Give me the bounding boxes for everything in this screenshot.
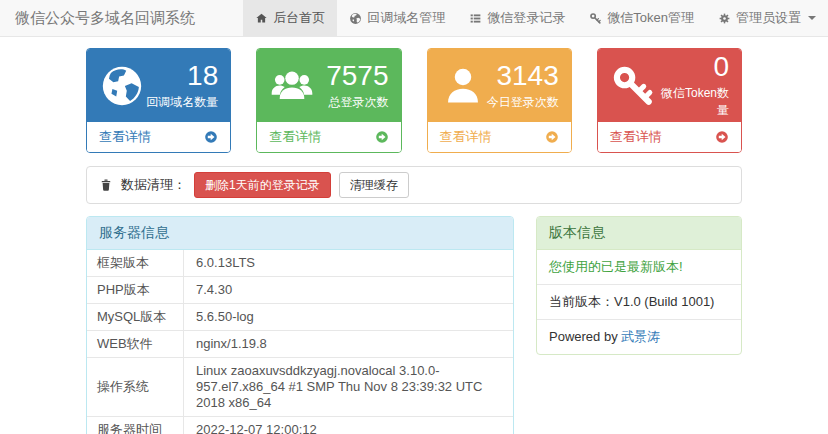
stat-value: 3143 — [487, 61, 559, 91]
arrow-circle-right-icon — [715, 130, 729, 144]
server-info-title: 服务器信息 — [87, 217, 513, 250]
view-details-link[interactable]: 查看详情 — [257, 122, 400, 152]
key-icon — [589, 12, 602, 25]
nav-item-dashboard[interactable]: 后台首页 — [243, 0, 337, 36]
arrow-circle-right-icon — [545, 130, 559, 144]
table-row: 操作系统 Linux zaoaxuvsddkzyagj.novalocal 3.… — [87, 358, 513, 417]
stat-cards-row: 18 回调域名数量 查看详情 7575 总登录次数 — [86, 48, 742, 153]
arrow-circle-right-icon — [375, 130, 389, 144]
user-icon — [440, 63, 486, 109]
nav-item-wechat-login-records[interactable]: 微信登录记录 — [457, 0, 577, 36]
nav-item-callback-domains[interactable]: 回调域名管理 — [337, 0, 457, 36]
app-title: 微信公众号多域名回调系统 — [0, 0, 210, 36]
stat-card-total-logins: 7575 总登录次数 查看详情 — [256, 48, 401, 153]
author-link[interactable]: 武景涛 — [621, 329, 660, 344]
stat-card-today-logins: 3143 今日登录次数 查看详情 — [427, 48, 572, 153]
users-icon — [269, 63, 315, 109]
stat-card-wechat-tokens: 0 微信Token数量 查看详情 — [597, 48, 742, 153]
caret-down-icon — [808, 16, 816, 20]
nav-item-label: 回调域名管理 — [367, 9, 445, 27]
server-info-panel: 服务器信息 框架版本 6.0.13LTS PHP版本 7.4.30 MySQL版… — [86, 216, 514, 434]
current-version: 当前版本：V1.0 (Build 1001) — [537, 284, 741, 319]
home-icon — [255, 12, 268, 25]
powered-by: Powered by 武景涛 — [537, 319, 741, 354]
stat-label: 总登录次数 — [326, 94, 388, 111]
nav-item-admin-settings[interactable]: 管理员设置 — [706, 0, 828, 36]
globe-icon — [99, 63, 145, 109]
clear-cache-button[interactable]: 清理缓存 — [339, 172, 409, 198]
version-info-title: 版本信息 — [537, 217, 741, 250]
stat-value: 18 — [146, 61, 218, 91]
server-info-table: 框架版本 6.0.13LTS PHP版本 7.4.30 MySQL版本 5.6.… — [87, 250, 513, 434]
list-icon — [469, 12, 482, 25]
nav-item-label: 微信Token管理 — [607, 9, 694, 27]
nav-item-label: 管理员设置 — [736, 9, 801, 27]
view-details-link[interactable]: 查看详情 — [428, 122, 571, 152]
nav-item-label: 微信登录记录 — [487, 9, 565, 27]
stat-label: 微信Token数量 — [656, 85, 729, 119]
globe-icon — [349, 12, 362, 25]
latest-version-status: 您使用的已是最新版本! — [537, 250, 741, 284]
stat-label: 回调域名数量 — [146, 94, 218, 111]
view-details-link[interactable]: 查看详情 — [598, 122, 741, 152]
view-details-link[interactable]: 查看详情 — [87, 122, 230, 152]
stat-value: 7575 — [326, 61, 388, 91]
top-navbar: 微信公众号多域名回调系统 后台首页 回调域名管理 微信登录记录 微信Token管… — [0, 0, 828, 37]
stat-value: 0 — [656, 52, 729, 82]
stat-card-callback-domains: 18 回调域名数量 查看详情 — [86, 48, 231, 153]
table-row: MySQL版本 5.6.50-log — [87, 304, 513, 331]
trash-icon — [99, 178, 113, 192]
nav-item-label: 后台首页 — [273, 9, 325, 27]
stat-label: 今日登录次数 — [487, 94, 559, 111]
arrow-circle-right-icon — [204, 130, 218, 144]
table-row: PHP版本 7.4.30 — [87, 277, 513, 304]
main-nav: 后台首页 回调域名管理 微信登录记录 微信Token管理 管理员设置 — [243, 0, 828, 36]
gear-icon — [718, 12, 731, 25]
delete-old-login-records-button[interactable]: 删除1天前的登录记录 — [194, 172, 331, 198]
table-row: WEB软件 nginx/1.19.8 — [87, 331, 513, 358]
cleanup-label: 数据清理： — [121, 176, 186, 194]
data-cleanup-panel: 数据清理： 删除1天前的登录记录 清理缓存 — [86, 166, 742, 204]
nav-item-wechat-token[interactable]: 微信Token管理 — [577, 0, 706, 36]
table-row: 框架版本 6.0.13LTS — [87, 250, 513, 277]
table-row: 服务器时间 2022-12-07 12:00:12 — [87, 417, 513, 434]
version-info-panel: 版本信息 您使用的已是最新版本! 当前版本：V1.0 (Build 1001) … — [536, 216, 742, 355]
key-icon — [610, 63, 656, 109]
